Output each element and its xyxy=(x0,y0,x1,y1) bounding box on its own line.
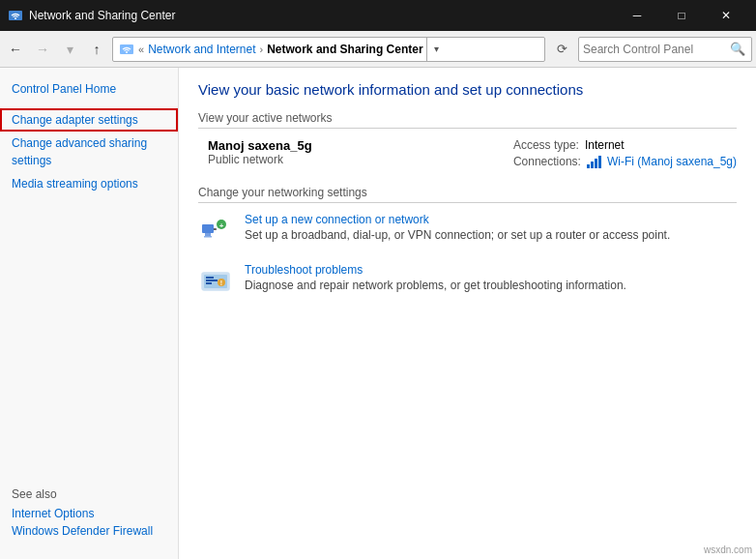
new-connection-content: Set up a new connection or network Set u… xyxy=(245,213,670,242)
svg-text:!: ! xyxy=(220,280,222,286)
troubleshoot-icon: ! xyxy=(198,263,233,298)
access-type-row: Access type: Internet xyxy=(513,138,737,152)
connections-link[interactable]: Wi-Fi (Manoj saxena_5g) xyxy=(607,155,737,168)
wifi-bar-4 xyxy=(598,156,601,168)
svg-point-1 xyxy=(15,17,16,19)
troubleshoot-item: ! Troubleshoot problems Diagnose and rep… xyxy=(198,263,737,298)
network-access: Access type: Internet Connections: Wi-Fi… xyxy=(513,138,737,168)
address-dropdown[interactable]: ▾ xyxy=(426,37,446,62)
page-heading: View your basic network information and … xyxy=(198,81,737,98)
close-button[interactable]: ✕ xyxy=(704,0,748,31)
svg-rect-6 xyxy=(204,236,212,238)
wifi-signal-icon xyxy=(587,155,601,168)
new-connection-desc: Set up a broadband, dial-up, or VPN conn… xyxy=(245,228,670,242)
troubleshoot-desc: Diagnose and repair network problems, or… xyxy=(245,279,626,292)
title-bar: Network and Sharing Center ─ □ ✕ xyxy=(0,0,756,31)
active-networks-label: View your active networks xyxy=(198,111,737,129)
address-path: « Network and Internet › Network and Sha… xyxy=(112,37,545,62)
new-connection-item: + Set up a new connection or network Set… xyxy=(198,213,737,248)
new-connection-icon: + xyxy=(198,213,233,248)
address-bar: ← → ▾ ↑ « Network and Internet › Network… xyxy=(0,31,756,68)
wifi-bar-3 xyxy=(595,159,597,168)
back-button[interactable]: ← xyxy=(4,38,27,61)
svg-rect-12 xyxy=(206,277,214,279)
troubleshoot-content: Troubleshoot problems Diagnose and repai… xyxy=(245,263,626,292)
sidebar-item-control-panel-home[interactable]: Control Panel Home xyxy=(0,77,178,101)
breadcrumb-sep1: « xyxy=(138,44,144,55)
access-type-label: Access type: xyxy=(513,138,579,152)
wifi-bar-2 xyxy=(591,162,594,168)
svg-rect-4 xyxy=(202,224,214,233)
see-also-label: See also xyxy=(12,487,166,501)
network-name: Manoj saxena_5g xyxy=(208,138,361,153)
search-icon[interactable]: 🔍 xyxy=(728,40,747,59)
up-button[interactable]: ↑ xyxy=(85,38,108,61)
sidebar-bottom: See also Internet Options Windows Defend… xyxy=(0,478,178,549)
svg-text:+: + xyxy=(219,221,224,230)
network-info: Manoj saxena_5g Public network Access ty… xyxy=(198,138,737,168)
window-icon xyxy=(8,8,23,23)
watermark: wsxdn.com xyxy=(704,544,752,555)
networking-section: Change your networking settings + Se xyxy=(198,186,737,298)
sidebar-item-media-streaming[interactable]: Media streaming options xyxy=(0,172,178,195)
sidebar: Control Panel Home Change adapter settin… xyxy=(0,68,179,559)
connections-label: Connections: xyxy=(513,155,581,168)
breadcrumb-network-internet[interactable]: Network and Internet xyxy=(148,43,255,56)
sidebar-item-change-adapter-settings[interactable]: Change adapter settings xyxy=(0,108,178,132)
content-panel: View your basic network information and … xyxy=(179,68,756,559)
network-type: Public network xyxy=(208,153,361,166)
window-controls: ─ □ ✕ xyxy=(615,0,748,31)
minimize-button[interactable]: ─ xyxy=(615,0,659,31)
sidebar-item-windows-defender[interactable]: Windows Defender Firewall xyxy=(12,522,166,540)
refresh-button[interactable]: ⟳ xyxy=(549,37,574,62)
wifi-bars xyxy=(587,155,601,168)
breadcrumb-sep2: › xyxy=(260,44,264,55)
troubleshoot-link[interactable]: Troubleshoot problems xyxy=(245,263,626,277)
search-box: 🔍 xyxy=(578,37,752,62)
new-connection-link[interactable]: Set up a new connection or network xyxy=(245,213,670,226)
svg-rect-13 xyxy=(206,280,218,281)
access-type-value: Internet xyxy=(585,138,625,152)
network-details: Manoj saxena_5g Public network xyxy=(208,138,361,166)
search-input[interactable] xyxy=(583,43,728,56)
recent-button[interactable]: ▾ xyxy=(58,38,81,61)
sidebar-item-change-advanced-sharing[interactable]: Change advanced sharing settings xyxy=(0,132,178,172)
svg-rect-14 xyxy=(206,282,212,284)
wifi-bar-1 xyxy=(587,164,590,168)
sidebar-item-internet-options[interactable]: Internet Options xyxy=(12,505,166,522)
svg-rect-5 xyxy=(205,233,211,236)
breadcrumb-icon xyxy=(119,42,134,57)
main-content: Control Panel Home Change adapter settin… xyxy=(0,68,756,559)
change-settings-label: Change your networking settings xyxy=(198,186,737,203)
window-title: Network and Sharing Center xyxy=(29,9,615,22)
connections-row: Connections: Wi-Fi (Manoj saxena_5g) xyxy=(513,155,737,168)
maximize-button[interactable]: □ xyxy=(659,0,704,31)
svg-point-3 xyxy=(126,51,128,53)
breadcrumb-current: Network and Sharing Center xyxy=(267,43,422,56)
forward-button[interactable]: → xyxy=(31,38,54,61)
